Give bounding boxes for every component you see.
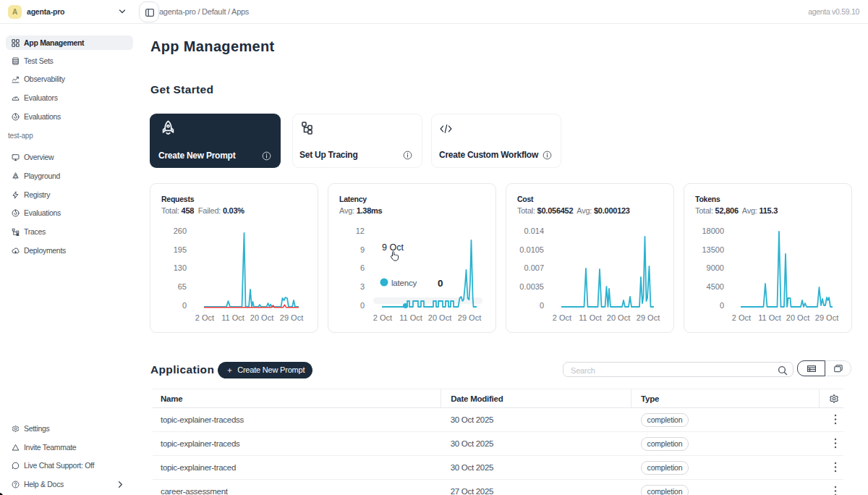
svg-text:29 Oct: 29 Oct xyxy=(637,313,660,322)
svg-text:0: 0 xyxy=(720,301,724,310)
svg-text:29 Oct: 29 Oct xyxy=(280,313,303,322)
svg-text:4500: 4500 xyxy=(707,282,724,291)
svg-text:260: 260 xyxy=(174,227,187,235)
svg-text:12: 12 xyxy=(356,227,365,235)
svg-text:0.0105: 0.0105 xyxy=(519,245,544,254)
svg-text:2 Oct: 2 Oct xyxy=(195,313,214,322)
svg-text:2 Oct: 2 Oct xyxy=(373,313,392,322)
svg-text:195: 195 xyxy=(174,245,187,254)
svg-text:0.014: 0.014 xyxy=(524,227,544,235)
svg-text:20 Oct: 20 Oct xyxy=(607,313,630,322)
svg-text:29 Oct: 29 Oct xyxy=(815,313,838,322)
svg-text:2 Oct: 2 Oct xyxy=(553,313,571,322)
svg-text:0.0035: 0.0035 xyxy=(519,282,544,291)
svg-text:11 Oct: 11 Oct xyxy=(758,313,781,322)
svg-text:13500: 13500 xyxy=(702,245,724,254)
svg-text:11 Oct: 11 Oct xyxy=(399,313,422,322)
svg-text:2 Oct: 2 Oct xyxy=(732,313,751,322)
svg-text:0: 0 xyxy=(540,301,544,310)
svg-text:3: 3 xyxy=(360,282,365,291)
svg-text:0.007: 0.007 xyxy=(524,263,544,272)
svg-text:130: 130 xyxy=(174,263,187,272)
svg-text:20 Oct: 20 Oct xyxy=(428,313,451,322)
svg-text:latency: latency xyxy=(391,279,417,287)
svg-text:20 Oct: 20 Oct xyxy=(250,313,273,322)
svg-text:0: 0 xyxy=(438,278,443,289)
svg-text:9: 9 xyxy=(360,245,365,254)
svg-text:0: 0 xyxy=(360,301,365,310)
svg-text:9 Oct: 9 Oct xyxy=(382,242,404,253)
svg-text:0: 0 xyxy=(182,301,187,310)
svg-text:6: 6 xyxy=(360,263,365,272)
svg-text:9000: 9000 xyxy=(707,263,724,272)
svg-text:11 Oct: 11 Oct xyxy=(221,313,244,322)
svg-text:11 Oct: 11 Oct xyxy=(579,313,602,322)
svg-text:20 Oct: 20 Oct xyxy=(786,313,809,322)
svg-text:65: 65 xyxy=(178,282,187,291)
svg-text:18000: 18000 xyxy=(702,227,724,235)
svg-text:29 Oct: 29 Oct xyxy=(458,313,481,322)
